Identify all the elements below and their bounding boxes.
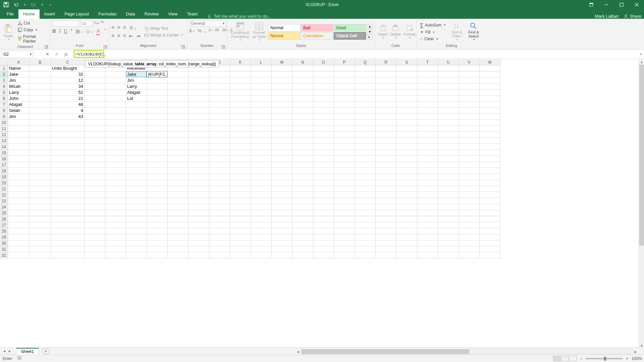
cell[interactable] xyxy=(251,65,272,71)
currency-icon[interactable]: $▼ xyxy=(189,28,195,33)
cell[interactable] xyxy=(480,150,500,156)
cell[interactable] xyxy=(292,71,313,77)
cell[interactable] xyxy=(147,96,168,102)
cell[interactable] xyxy=(168,156,189,162)
cell[interactable] xyxy=(292,156,313,162)
font-dialog-icon[interactable]: ⇲ xyxy=(104,45,107,49)
cell[interactable] xyxy=(209,89,230,96)
cell[interactable] xyxy=(376,132,396,138)
increase-font-icon[interactable]: A▴ xyxy=(94,20,99,27)
cell[interactable] xyxy=(168,174,189,180)
cell[interactable] xyxy=(355,120,376,126)
fill-color-icon[interactable]: ◇▼ xyxy=(86,28,93,35)
cell[interactable] xyxy=(85,252,105,258)
row-header[interactable]: 12 xyxy=(0,132,8,138)
cell[interactable] xyxy=(51,162,85,168)
cell[interactable] xyxy=(126,132,147,138)
cell[interactable] xyxy=(251,240,272,246)
cell[interactable] xyxy=(51,222,85,228)
cell[interactable] xyxy=(168,150,189,156)
row-header[interactable]: 29 xyxy=(0,234,8,240)
cell[interactable] xyxy=(376,138,396,144)
cell[interactable] xyxy=(251,108,272,114)
cell[interactable]: 21 xyxy=(51,96,85,102)
align-middle-icon[interactable]: ≡ xyxy=(117,24,120,31)
cell[interactable] xyxy=(480,186,500,192)
close-icon[interactable] xyxy=(629,0,644,9)
redo-icon[interactable] xyxy=(31,2,36,7)
cell[interactable] xyxy=(230,198,251,204)
cell[interactable] xyxy=(85,89,105,96)
cell[interactable] xyxy=(105,210,126,216)
cell[interactable] xyxy=(230,186,251,192)
cell[interactable] xyxy=(147,108,168,114)
cell[interactable] xyxy=(417,210,438,216)
qat-customize-icon[interactable]: ▾ xyxy=(50,3,51,6)
cell[interactable] xyxy=(85,138,105,144)
cell[interactable] xyxy=(292,174,313,180)
cell[interactable] xyxy=(251,186,272,192)
row-header[interactable]: 5 xyxy=(0,89,8,96)
cell[interactable] xyxy=(85,108,105,114)
cell[interactable] xyxy=(355,102,376,108)
cell[interactable] xyxy=(168,210,189,216)
cell[interactable] xyxy=(396,138,417,144)
autosum-button[interactable]: ∑AutoSum▼ xyxy=(419,21,447,28)
cell[interactable] xyxy=(85,150,105,156)
cell[interactable] xyxy=(209,186,230,192)
cell[interactable] xyxy=(438,120,459,126)
cell[interactable] xyxy=(189,77,209,83)
cell[interactable] xyxy=(85,246,105,252)
cell[interactable] xyxy=(292,246,313,252)
row-header[interactable]: 18 xyxy=(0,168,8,174)
cell[interactable] xyxy=(209,120,230,126)
row-header[interactable]: 16 xyxy=(0,156,8,162)
cell[interactable] xyxy=(105,114,126,120)
cell[interactable] xyxy=(334,222,355,228)
cell[interactable] xyxy=(355,138,376,144)
cell[interactable] xyxy=(30,168,51,174)
cell[interactable] xyxy=(85,240,105,246)
cell[interactable] xyxy=(251,222,272,228)
cell[interactable] xyxy=(126,234,147,240)
cell[interactable] xyxy=(272,186,292,192)
cell[interactable] xyxy=(105,120,126,126)
row-header[interactable]: 26 xyxy=(0,216,8,222)
orientation-icon[interactable]: ⤭▼ xyxy=(129,24,137,31)
cell[interactable] xyxy=(292,240,313,246)
cell[interactable] xyxy=(438,234,459,240)
cell[interactable] xyxy=(189,126,209,132)
cell[interactable] xyxy=(376,102,396,108)
cell[interactable] xyxy=(85,156,105,162)
cell[interactable] xyxy=(147,210,168,216)
cell[interactable] xyxy=(147,150,168,156)
tab-team[interactable]: Team xyxy=(182,9,202,19)
comma-icon[interactable]: , xyxy=(204,28,206,33)
cell[interactable] xyxy=(292,96,313,102)
copy-button[interactable]: Copy▼ xyxy=(16,27,48,33)
cell[interactable] xyxy=(51,168,85,174)
cell[interactable] xyxy=(438,132,459,138)
cell[interactable] xyxy=(51,120,85,126)
cell[interactable] xyxy=(272,228,292,234)
cell[interactable] xyxy=(272,150,292,156)
cell[interactable] xyxy=(147,228,168,234)
cell[interactable] xyxy=(30,108,51,114)
cell[interactable] xyxy=(209,174,230,180)
cell[interactable] xyxy=(396,83,417,89)
cell[interactable] xyxy=(30,77,51,83)
cell[interactable] xyxy=(126,192,147,198)
cell[interactable] xyxy=(189,240,209,246)
cell[interactable] xyxy=(230,150,251,156)
cell[interactable] xyxy=(459,210,480,216)
cell[interactable] xyxy=(376,240,396,246)
cell[interactable] xyxy=(30,150,51,156)
cell[interactable] xyxy=(209,144,230,150)
cell[interactable] xyxy=(355,216,376,222)
cell[interactable] xyxy=(230,180,251,186)
cell[interactable] xyxy=(126,126,147,132)
cell[interactable] xyxy=(376,210,396,216)
cell[interactable] xyxy=(417,174,438,180)
cell[interactable] xyxy=(51,234,85,240)
cell[interactable] xyxy=(147,174,168,180)
